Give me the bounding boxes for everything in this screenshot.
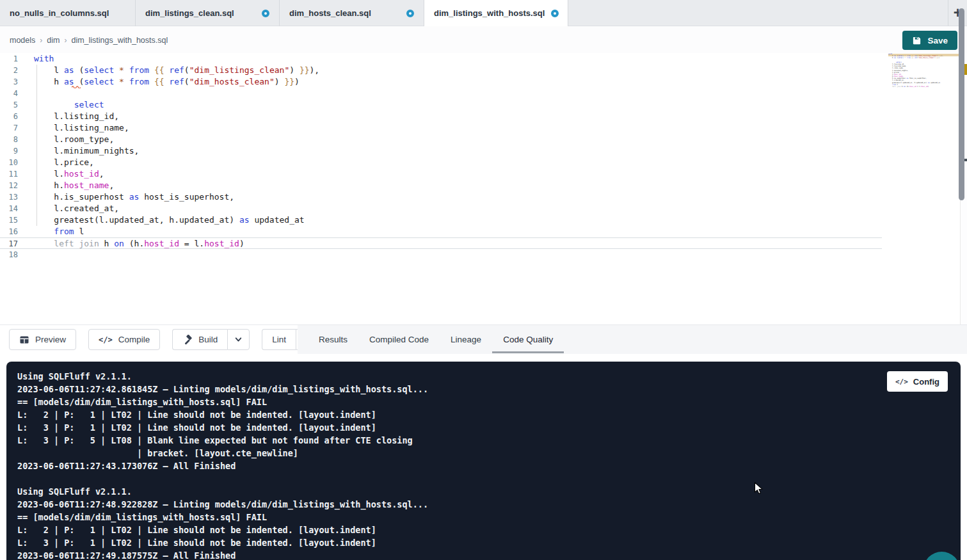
token: greatest(l.updated_at, h.updated_at) <box>34 215 239 225</box>
build-dropdown-button[interactable] <box>227 329 250 350</box>
file-tab[interactable]: no_nulls_in_columns.sql <box>0 0 136 26</box>
code-line[interactable]: 16 from l <box>0 226 882 237</box>
tab-lineage[interactable]: Lineage <box>440 325 492 354</box>
token: , <box>109 180 114 190</box>
code-line[interactable]: 15 greatest(l.updated_at, h.updated_at) … <box>0 214 882 226</box>
token: l <box>34 65 64 75</box>
token: = l. <box>179 239 204 248</box>
compile-button[interactable]: </> Compile <box>88 329 160 350</box>
line-number: 10 <box>0 157 18 168</box>
token: host_name <box>64 180 109 190</box>
terminal-output: Using SQLFluff v2.1.1. 2023-06-06T11:27:… <box>6 362 961 560</box>
line-number: 7 <box>0 122 18 134</box>
code-icon: </> <box>895 378 908 386</box>
line-number: 9 <box>0 145 18 157</box>
config-button[interactable]: </> Config <box>887 371 948 392</box>
line-number: 14 <box>0 203 18 214</box>
file-tab[interactable]: dim_listings_clean.sql <box>136 0 280 26</box>
tab-lineage-label: Lineage <box>451 335 481 344</box>
modified-dot-icon <box>406 10 414 17</box>
token: h <box>99 239 114 248</box>
line-number: 3 <box>0 76 18 88</box>
code-line[interactable]: 8 l.room_type, <box>0 134 882 145</box>
token <box>124 77 129 86</box>
token: left join <box>54 239 99 248</box>
minimap[interactable]: with l as (select * from {{ ref("dim_lis… <box>888 53 959 90</box>
token: ( <box>184 65 189 75</box>
save-button-label: Save <box>927 36 948 45</box>
action-buttons: Preview </> Compile Build <box>0 325 298 354</box>
tab-compiled-code[interactable]: Compiled Code <box>358 325 440 354</box>
token: l <box>74 227 84 236</box>
token: on <box>114 239 124 248</box>
code-text: l.host_id, <box>34 168 104 180</box>
token: host_id <box>64 169 99 179</box>
code-line[interactable]: 17 left join h on (h.host_id = l.host_id… <box>0 237 882 249</box>
lint-error-squiggle-icon <box>72 85 81 88</box>
code-line[interactable]: 4 <box>0 88 882 99</box>
build-split-button: Build <box>172 329 250 350</box>
token: l. <box>34 169 64 179</box>
code-line[interactable]: 13 h.is_superhost as host_is_superhost, <box>0 191 882 203</box>
code-line[interactable]: 7 l.listing_name, <box>0 122 882 134</box>
file-tab-bar: no_nulls_in_columns.sqldim_listings_clea… <box>0 0 967 26</box>
code-line[interactable]: 12 h.host_name, <box>0 180 882 191</box>
line-number: 13 <box>0 191 18 203</box>
config-button-label: Config <box>913 377 939 387</box>
code-line[interactable]: 14 l.created_at, <box>0 203 882 214</box>
code-text: l.listing_id, <box>34 111 119 122</box>
line-number: 4 <box>0 88 18 99</box>
file-tab[interactable]: dim_hosts_clean.sql <box>280 0 424 26</box>
code-line[interactable]: 2 l as (select * from {{ ref("dim_listin… <box>0 65 882 76</box>
token: ( <box>74 65 84 75</box>
code-line[interactable]: 11 l.host_id, <box>0 168 882 180</box>
preview-button[interactable]: Preview <box>9 329 76 350</box>
token <box>149 77 154 86</box>
code-line[interactable]: 5 select <box>0 99 882 111</box>
minimap-line <box>888 88 959 90</box>
save-button[interactable]: Save <box>902 31 957 50</box>
code-line[interactable]: 18 <box>0 249 882 260</box>
token: "dim_hosts_clean" <box>189 77 275 86</box>
code-editor[interactable]: 1with2 l as (select * from {{ ref("dim_l… <box>0 53 967 324</box>
code-text: l.price, <box>34 157 94 168</box>
code-line[interactable]: 3 h as (select * from {{ ref("dim_hosts_… <box>0 76 882 88</box>
token: select <box>84 65 114 75</box>
file-tab[interactable]: dim_listings_with_hosts.sql <box>424 0 568 26</box>
tab-results[interactable]: Results <box>308 325 358 354</box>
token: l.listing_name, <box>34 123 129 132</box>
code-text: l.room_type, <box>34 134 114 145</box>
tab-code-quality[interactable]: Code Quality <box>492 325 564 354</box>
preview-button-label: Preview <box>35 335 66 344</box>
line-number: 2 <box>0 65 18 76</box>
terminal-scrollbar[interactable] <box>959 8 964 200</box>
token: (h. <box>124 239 144 248</box>
line-number: 1 <box>0 53 18 65</box>
breadcrumb-item-dim[interactable]: dim <box>47 36 60 45</box>
token: ) <box>275 77 285 86</box>
file-tab-label: dim_hosts_clean.sql <box>289 8 371 18</box>
code-text: l as (select * from {{ ref("dim_listings… <box>34 65 319 76</box>
line-number: 6 <box>0 111 18 122</box>
code-lines[interactable]: 1with2 l as (select * from {{ ref("dim_l… <box>0 53 967 260</box>
code-line[interactable]: 9 l.minimum_nights, <box>0 145 882 157</box>
token: ) <box>289 65 300 75</box>
token: ) <box>239 239 244 248</box>
token: select <box>84 77 114 86</box>
token <box>34 227 54 236</box>
token: * <box>119 65 124 75</box>
chevron-right-icon: › <box>40 36 42 45</box>
code-line[interactable]: 10 l.price, <box>0 157 882 168</box>
code-line[interactable]: 6 l.listing_id, <box>0 111 882 122</box>
code-text: l.minimum_nights, <box>34 145 139 157</box>
modified-dot-icon <box>551 10 559 17</box>
token: host_id <box>204 239 239 248</box>
save-icon <box>912 36 922 45</box>
token: select <box>74 100 104 109</box>
lint-button[interactable]: Lint <box>262 329 296 350</box>
code-icon: </> <box>99 335 113 344</box>
build-button[interactable]: Build <box>172 329 227 350</box>
code-line[interactable]: 1with <box>0 53 882 65</box>
hammer-icon <box>182 335 193 345</box>
breadcrumb-item-models[interactable]: models <box>10 36 35 45</box>
